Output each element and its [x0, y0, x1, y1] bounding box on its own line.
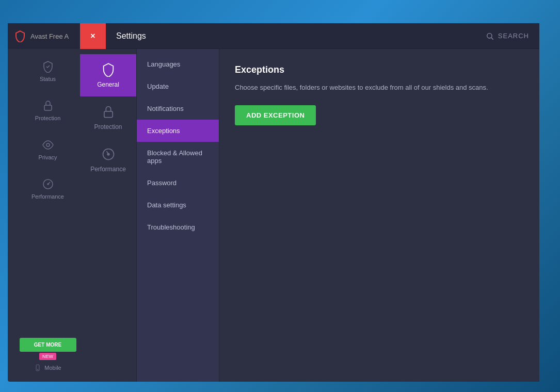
settings-body: General Protection Performance [80, 49, 539, 382]
submenu-item-notifications[interactable]: Notifications [137, 97, 219, 120]
mobile-item[interactable]: Mobile [34, 364, 61, 371]
mobile-icon [34, 364, 41, 371]
sidebar-item-performance-label: Performance [31, 193, 64, 200]
svg-rect-0 [44, 105, 52, 110]
get-more-button[interactable]: GET MORE [20, 338, 76, 352]
svg-point-3 [47, 184, 49, 185]
category-item-performance[interactable]: Performance [80, 139, 136, 181]
sidebar-item-performance[interactable]: Performance [8, 172, 88, 206]
submenu-item-languages[interactable]: Languages [137, 53, 219, 75]
settings-modal: × Settings SEARCH General [80, 23, 539, 382]
status-shield-icon [42, 60, 54, 73]
category-general-label: General [97, 81, 119, 88]
sidebar-nav: Status Protection Privacy Per [8, 49, 88, 206]
mobile-label: Mobile [44, 365, 61, 371]
category-lock-icon [101, 105, 116, 119]
svg-line-7 [491, 38, 493, 40]
search-icon [486, 32, 494, 40]
avast-shield-icon [14, 30, 26, 42]
submenu-item-troubleshooting[interactable]: Troubleshooting [137, 216, 219, 238]
content-description: Choose specific files, folders or websit… [235, 83, 524, 93]
category-item-protection[interactable]: Protection [80, 96, 136, 139]
category-panel: General Protection Performance [80, 49, 137, 382]
content-title: Exceptions [235, 64, 524, 75]
submenu-item-update[interactable]: Update [137, 75, 219, 97]
protection-lock-icon [42, 100, 54, 112]
general-shield-icon [101, 62, 116, 77]
sidebar-item-privacy-label: Privacy [38, 154, 57, 160]
add-exception-button[interactable]: ADD EXCEPTION [235, 105, 316, 125]
svg-point-10 [107, 153, 109, 155]
avast-logo-area: Avast Free A [8, 23, 88, 49]
avast-main-app: Avast Free A Status Protection Privac [8, 23, 88, 382]
sidebar-item-status[interactable]: Status [8, 54, 88, 88]
submenu-item-blocked-allowed[interactable]: Blocked & Allowed apps [137, 142, 219, 172]
svg-point-6 [487, 33, 491, 38]
search-label: SEARCH [498, 32, 529, 40]
category-item-general[interactable]: General [80, 54, 136, 96]
sidebar-item-status-label: Status [40, 76, 56, 82]
category-gauge-icon [101, 147, 116, 161]
search-area[interactable]: SEARCH [486, 32, 539, 40]
close-icon: × [90, 31, 95, 41]
submenu-item-exceptions[interactable]: Exceptions [137, 120, 219, 142]
settings-title: Settings [106, 31, 486, 41]
avast-logo-text: Avast Free A [30, 32, 69, 40]
category-performance-label: Performance [90, 166, 126, 173]
close-button[interactable]: × [80, 23, 106, 49]
sidebar-item-protection[interactable]: Protection [8, 93, 88, 127]
sidebar-item-privacy[interactable]: Privacy [8, 133, 88, 167]
category-protection-label: Protection [94, 123, 122, 130]
sidebar-bottom: GET MORE NEW Mobile [8, 338, 88, 371]
svg-point-1 [46, 143, 50, 146]
submenu-panel: Languages Update Notifications Exception… [137, 49, 219, 382]
svg-rect-8 [104, 111, 112, 118]
privacy-eye-icon [42, 139, 54, 151]
sidebar-item-protection-label: Protection [35, 115, 61, 121]
performance-gauge-icon [42, 178, 54, 190]
svg-point-5 [38, 369, 38, 370]
new-badge: NEW [39, 353, 56, 360]
submenu-item-data-settings[interactable]: Data settings [137, 194, 219, 216]
settings-header: × Settings SEARCH [80, 23, 539, 49]
submenu-item-password[interactable]: Password [137, 172, 219, 194]
main-content: Exceptions Choose specific files, folder… [219, 49, 539, 382]
